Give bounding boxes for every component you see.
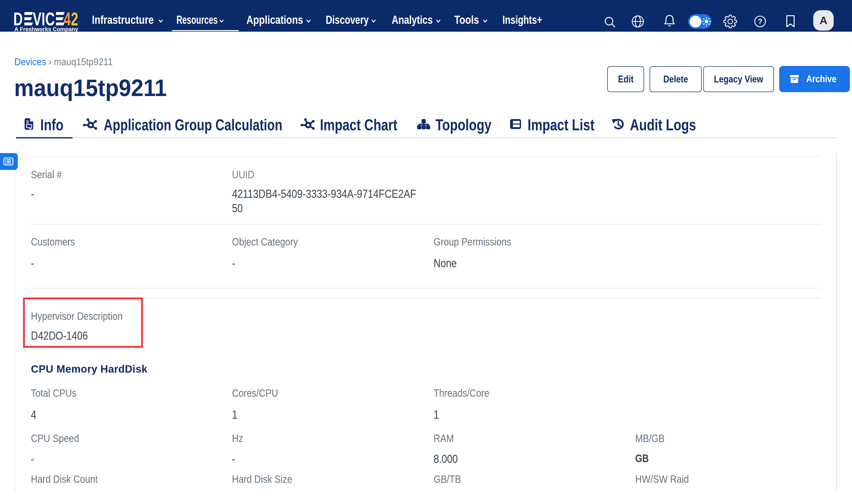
svg-text:?: ? bbox=[758, 17, 762, 25]
